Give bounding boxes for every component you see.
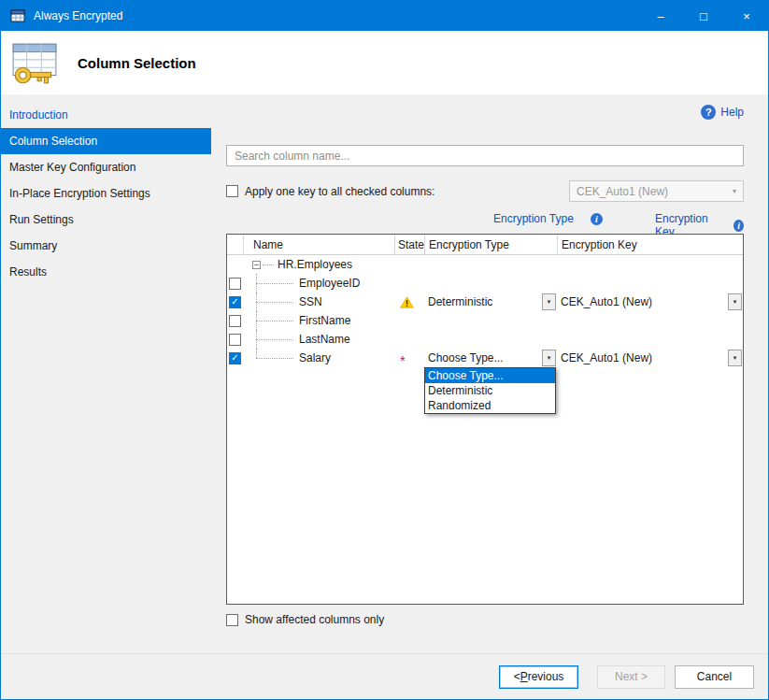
encryption-type-value: Deterministic — [428, 295, 492, 308]
header-checkbox-column — [227, 235, 243, 254]
table-row[interactable]: FirstName — [227, 311, 743, 330]
search-input[interactable] — [226, 145, 744, 166]
cancel-button[interactable]: Cancel — [675, 665, 754, 689]
previous-label-key: P — [520, 670, 528, 683]
previous-label-pre: < — [514, 670, 520, 683]
previous-label-post: revious — [528, 670, 564, 683]
footer-bar: < Previous Next > Cancel — [1, 653, 768, 699]
row-checkbox[interactable] — [229, 315, 241, 327]
sidebar-item-column-selection[interactable]: Column Selection — [1, 128, 211, 154]
sidebar-item-summary[interactable]: Summary — [1, 233, 211, 259]
show-affected-label: Show affected columns only — [245, 613, 384, 626]
app-icon — [10, 8, 25, 23]
sidebar-item-master-key-configuration[interactable]: Master Key Configuration — [1, 154, 211, 180]
page-title: Column Selection — [78, 55, 196, 71]
next-button[interactable]: Next > — [597, 665, 665, 689]
dropdown-option-deterministic[interactable]: Deterministic — [425, 383, 555, 398]
tree-line — [256, 349, 257, 358]
dropdown-option-randomized[interactable]: Randomized — [425, 398, 555, 413]
column-name-label: Salary — [299, 351, 331, 364]
header-encryption-key: Encryption Key — [557, 235, 743, 254]
apply-one-key-checkbox[interactable] — [226, 185, 238, 197]
header-encryption-type: Encryption Type — [424, 235, 557, 254]
encryption-key-dropdown-button[interactable]: ▾ — [728, 350, 742, 366]
sidebar-item-introduction[interactable]: Introduction — [1, 102, 211, 128]
apply-key-value: CEK_Auto1 (New) — [577, 185, 668, 198]
required-icon: * — [400, 356, 406, 365]
encryption-type-dropdown-list: Choose Type... Deterministic Randomized — [424, 367, 556, 414]
row-checkbox[interactable]: ✓ — [229, 296, 241, 308]
row-checkbox[interactable] — [229, 278, 241, 290]
encryption-type-value: Choose Type... — [428, 351, 504, 364]
tree-line — [256, 358, 293, 359]
tree-line — [256, 339, 293, 340]
column-selection-panel: ? Help Apply one key to all checked colu… — [211, 94, 768, 653]
apply-one-key-label: Apply one key to all checked columns: — [245, 185, 434, 198]
encryption-key-info-icon[interactable]: i — [733, 220, 744, 232]
tree-line — [256, 283, 293, 284]
tree-line — [256, 302, 293, 303]
table-key-icon — [10, 38, 59, 87]
header-state: State — [394, 235, 424, 254]
tree-line — [263, 264, 274, 265]
window-title: Always Encrypted — [34, 9, 122, 22]
sidebar-item-results[interactable]: Results — [1, 259, 211, 285]
table-row-group[interactable]: − HR.Employees — [227, 255, 743, 274]
table-row[interactable]: LastName — [227, 330, 743, 349]
chevron-down-icon: ▾ — [733, 187, 736, 195]
dropdown-option-choose-type[interactable]: Choose Type... — [425, 368, 555, 383]
row-checkbox[interactable]: ✓ — [229, 352, 241, 364]
table-row[interactable]: ✓ Salary * Choose Type... ▾ CEK_Auto1 (N… — [227, 349, 743, 367]
column-name-label: EmployeeID — [299, 277, 360, 290]
titlebar: Always Encrypted – □ × — [1, 1, 768, 31]
column-name-label: FirstName — [299, 314, 350, 327]
always-encrypted-wizard-window: Always Encrypted – □ × Column Selection … — [0, 0, 769, 700]
table-row[interactable]: EmployeeID — [227, 274, 743, 293]
header-name: Name — [243, 235, 394, 254]
sidebar-item-run-settings[interactable]: Run Settings — [1, 207, 211, 233]
show-affected-checkbox[interactable] — [226, 614, 238, 626]
warning-icon — [400, 296, 414, 308]
minimize-button[interactable]: – — [639, 1, 682, 31]
previous-button[interactable]: < Previous — [499, 665, 578, 689]
group-row-label: HR.Employees — [278, 258, 352, 271]
encryption-type-info-icon[interactable]: i — [591, 213, 603, 225]
encryption-key-value: CEK_Auto1 (New) — [561, 295, 652, 308]
wizard-steps-sidebar: Introduction Column Selection Master Key… — [1, 94, 211, 653]
columns-grid: Name State Encryption Type Encryption Ke… — [226, 234, 744, 605]
sidebar-item-in-place-encryption-settings[interactable]: In-Place Encryption Settings — [1, 180, 211, 207]
column-name-label: SSN — [299, 295, 322, 308]
encryption-type-link[interactable]: Encryption Type — [493, 212, 574, 225]
collapse-expander-icon[interactable]: − — [252, 261, 261, 269]
encryption-type-dropdown-button[interactable]: ▾ — [542, 350, 556, 366]
help-link[interactable]: Help — [720, 106, 744, 119]
encryption-key-dropdown-button[interactable]: ▾ — [728, 293, 742, 310]
encryption-key-value: CEK_Auto1 (New) — [561, 351, 652, 364]
close-button[interactable]: × — [725, 1, 768, 31]
maximize-button[interactable]: □ — [682, 1, 725, 31]
row-checkbox[interactable] — [229, 334, 241, 346]
apply-key-combobox[interactable]: CEK_Auto1 (New) ▾ — [569, 180, 744, 202]
column-name-label: LastName — [299, 333, 350, 346]
table-row[interactable]: ✓ SSN Deterministic ▾ — [227, 293, 743, 311]
help-icon[interactable]: ? — [701, 105, 716, 120]
tree-line — [256, 321, 293, 321]
encryption-type-dropdown-button[interactable]: ▾ — [542, 293, 556, 310]
grid-header-row: Name State Encryption Type Encryption Ke… — [227, 235, 743, 255]
page-header: Column Selection — [1, 31, 768, 94]
